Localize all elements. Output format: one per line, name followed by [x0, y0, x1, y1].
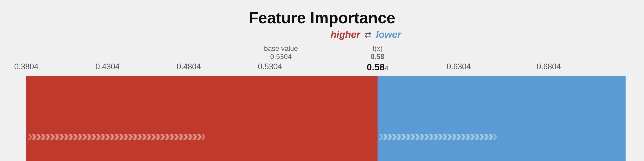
- label-stl-home: STL Home: [125, 106, 164, 115]
- legend-lower: lower: [376, 29, 401, 40]
- label-fg3a-away: FG3A Away: [454, 106, 498, 115]
- label-fg3a-home: FG3A Home: [71, 106, 117, 115]
- feature-labels: FTA Away FG3A Home STL Home TO Home AST …: [0, 106, 644, 128]
- scale-4: 0.584: [367, 62, 388, 73]
- legend-higher: higher: [330, 29, 360, 40]
- fx-label: f(x) 0.58: [371, 44, 384, 61]
- chart-area: base value 0.5304 f(x) 0.58 0.3804 0.430…: [0, 42, 644, 161]
- label-fta-away: FTA Away: [26, 106, 62, 115]
- label-dreb-away: DREB Away: [392, 106, 438, 115]
- scale-6: 0.6804: [537, 62, 561, 71]
- label-blk-home: BLK Ho...: [568, 106, 604, 115]
- scale-0: 0.3804: [14, 62, 38, 71]
- label-ast-home: AST Home: [272, 106, 312, 115]
- scale-1: 0.4304: [96, 62, 120, 71]
- label-to-home: TO Home: [177, 106, 213, 115]
- scale-5: 0.6304: [447, 62, 471, 71]
- scale-3: 0.5304: [258, 62, 282, 71]
- legend-arrow-icon: ⇄: [364, 30, 372, 39]
- base-value-label: base value 0.5304: [264, 44, 298, 61]
- axis-line: [0, 75, 644, 75]
- legend: higher ⇄ lower: [330, 29, 401, 40]
- page-title: Feature Importance: [249, 9, 395, 27]
- label-ast-away: AST Away: [512, 106, 550, 115]
- scale-2: 0.4804: [177, 62, 201, 71]
